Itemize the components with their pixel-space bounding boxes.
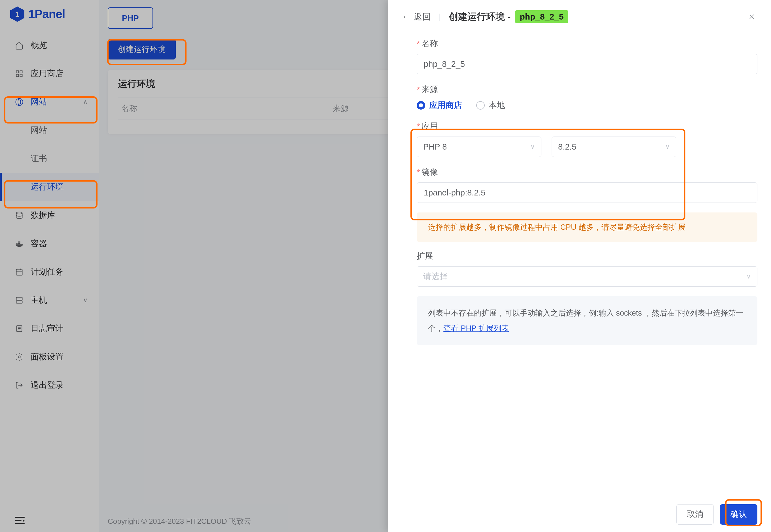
button-label: 取消	[687, 509, 703, 520]
nav-label: 主机	[31, 295, 47, 306]
chevron-down-icon: ∨	[530, 143, 535, 150]
svg-rect-6	[16, 269, 22, 275]
svg-rect-13	[15, 523, 25, 524]
svg-rect-1	[20, 71, 22, 73]
drawer-footer: 取消 确认	[388, 497, 771, 532]
home-icon	[15, 41, 24, 50]
nav-label: 退出登录	[31, 380, 63, 391]
nav-label: 数据库	[31, 210, 55, 221]
extensions-select[interactable]: 请选择 ∨	[417, 266, 757, 287]
button-label: 确认	[730, 509, 747, 520]
nav-label: 应用商店	[31, 68, 63, 79]
nav-cron[interactable]: 计划任务	[0, 258, 99, 286]
svg-rect-7	[16, 297, 22, 300]
svg-point-5	[16, 212, 22, 214]
nav-runtime[interactable]: 运行环境	[0, 173, 99, 201]
globe-icon	[15, 97, 24, 107]
nav-label: 容器	[31, 238, 47, 249]
confirm-button[interactable]: 确认	[720, 504, 757, 525]
svg-point-10	[18, 356, 20, 358]
chevron-down-icon: ∨	[746, 273, 751, 280]
chevron-up-icon: ∧	[83, 98, 88, 106]
view-php-ext-link[interactable]: 查看 PHP 扩展列表	[443, 324, 509, 333]
logo-text: 1Panel	[28, 7, 65, 21]
nav-container[interactable]: 容器	[0, 229, 99, 258]
runtime-name-tag: php_8_2_5	[515, 10, 568, 23]
radio-local[interactable]: 本地	[476, 100, 505, 111]
svg-rect-11	[15, 517, 25, 518]
nav-overview[interactable]: 概览	[0, 31, 99, 59]
button-label: 创建运行环境	[118, 44, 165, 55]
drawer-header: ← 返回 | 创建运行环境 - php_8_2_5	[388, 0, 771, 32]
svg-rect-8	[16, 301, 22, 303]
radio-appstore[interactable]: 应用商店	[417, 100, 462, 111]
nav-logout[interactable]: 退出登录	[0, 371, 99, 399]
radio-icon	[476, 101, 485, 110]
nav-menu: 概览 应用商店 网站 ∧ 网站 证书 运行环境 数据库 容器	[0, 28, 99, 532]
select-value: PHP 8	[423, 142, 447, 152]
app-select[interactable]: PHP 8 ∨	[417, 137, 542, 157]
logo-icon	[10, 7, 24, 22]
footer-copyright: Copyright © 2014-2023 FIT2CLOUD 飞致云	[108, 516, 251, 526]
drawer-body: *名称 *来源 应用商店 本地 *应用 PHP 8 ∨	[388, 32, 771, 497]
col-name: 名称	[118, 103, 329, 114]
cancel-button[interactable]: 取消	[676, 504, 714, 525]
close-icon	[748, 13, 756, 21]
nav-sub-label: 证书	[31, 153, 47, 164]
back-button[interactable]: ← 返回	[402, 11, 431, 23]
nav-website[interactable]: 网站 ∧	[0, 88, 99, 116]
sidebar: 1Panel 概览 应用商店 网站 ∧ 网站 证书 运行环境 数据库	[0, 0, 99, 532]
tab-php[interactable]: PHP	[108, 7, 153, 29]
nav-label: 面板设置	[31, 351, 63, 363]
radio-label: 本地	[489, 100, 505, 111]
drawer-title: 创建运行环境 -	[449, 10, 511, 23]
nav-label: 日志审计	[31, 323, 63, 334]
nav-sub-label: 运行环境	[31, 181, 63, 193]
nav-label: 计划任务	[31, 266, 63, 278]
select-placeholder: 请选择	[423, 271, 448, 282]
logout-icon	[15, 381, 24, 390]
grid-icon	[15, 69, 24, 78]
name-input[interactable]	[417, 54, 757, 74]
create-runtime-button[interactable]: 创建运行环境	[108, 39, 176, 59]
nav-label: 网站	[31, 96, 47, 108]
svg-rect-3	[20, 74, 22, 76]
nav-appstore[interactable]: 应用商店	[0, 59, 99, 88]
arrow-left-icon: ←	[402, 12, 410, 21]
svg-rect-0	[16, 71, 19, 73]
extension-info: 列表中不存在的扩展，可以手动输入之后选择，例:输入 sockets ，然后在下拉…	[417, 296, 757, 345]
label-extensions: 扩展	[417, 250, 433, 262]
chevron-down-icon: ∨	[665, 143, 670, 150]
nav-website-sub[interactable]: 网站	[0, 116, 99, 144]
tab-label: PHP	[122, 14, 139, 23]
back-label: 返回	[414, 11, 431, 23]
nav-audit[interactable]: 日志审计	[0, 314, 99, 343]
nav-label: 概览	[31, 40, 47, 51]
svg-rect-12	[15, 520, 21, 521]
container-icon	[15, 239, 24, 248]
divider: |	[439, 12, 441, 21]
logo[interactable]: 1Panel	[0, 0, 99, 28]
create-runtime-drawer: ← 返回 | 创建运行环境 - php_8_2_5 *名称 *来源 应用商店 本…	[388, 0, 771, 532]
database-icon	[15, 211, 24, 220]
label-app: 应用	[422, 121, 438, 132]
warning-text: 选择的扩展越多，制作镜像过程中占用 CPU 越多，请尽量避免选择全部扩展	[428, 223, 686, 231]
nav-settings[interactable]: 面板设置	[0, 343, 99, 371]
close-button[interactable]	[746, 11, 757, 22]
select-value: 8.2.5	[558, 142, 577, 152]
collapse-sidebar-button[interactable]	[15, 517, 25, 525]
calendar-icon	[15, 267, 24, 276]
nav-database[interactable]: 数据库	[0, 201, 99, 229]
gear-icon	[15, 352, 24, 361]
image-input[interactable]	[417, 182, 757, 203]
nav-host[interactable]: 主机 ∨	[0, 286, 99, 314]
label-source: 来源	[422, 84, 438, 95]
label-name: 名称	[422, 38, 438, 49]
radio-label: 应用商店	[429, 100, 462, 111]
file-icon	[15, 324, 24, 333]
nav-cert[interactable]: 证书	[0, 144, 99, 173]
nav-sub-label: 网站	[31, 125, 47, 136]
radio-icon	[417, 101, 425, 110]
version-select[interactable]: 8.2.5 ∨	[552, 137, 676, 157]
label-image: 镜像	[422, 167, 438, 178]
